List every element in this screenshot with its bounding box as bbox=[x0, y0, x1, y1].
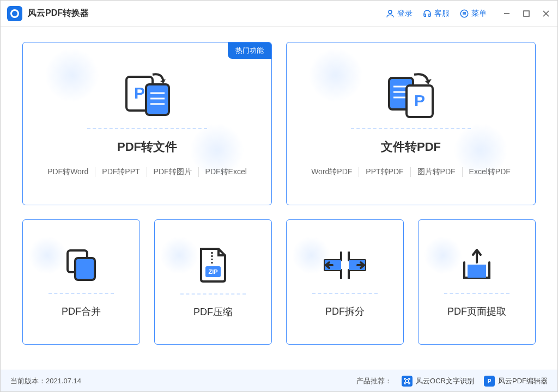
app-window: 风云PDF转换器 登录 客服 菜单 bbox=[0, 0, 558, 392]
hot-badge: 热门功能 bbox=[228, 42, 271, 59]
card-title: 文件转PDF bbox=[381, 139, 441, 155]
close-icon bbox=[542, 10, 550, 17]
sub-option[interactable]: PDF转Word bbox=[41, 167, 95, 177]
decor-icon bbox=[160, 236, 198, 274]
version-label: 当前版本： bbox=[10, 376, 46, 386]
decor-icon bbox=[28, 236, 66, 274]
decor-icon bbox=[45, 48, 99, 102]
recommend-editor[interactable]: P 风云PDF编辑器 bbox=[484, 376, 548, 387]
card-title: PDF转文件 bbox=[117, 139, 177, 155]
svg-rect-6 bbox=[524, 11, 529, 16]
card-title: PDF拆分 bbox=[325, 305, 365, 318]
svg-text:P: P bbox=[488, 378, 492, 384]
login-label: 登录 bbox=[397, 9, 413, 19]
decor-icon bbox=[292, 236, 330, 274]
support-label: 客服 bbox=[434, 9, 450, 19]
decor-icon bbox=[453, 123, 508, 177]
svg-text:ZIP: ZIP bbox=[208, 268, 217, 275]
recommend-editor-label: 风云PDF编辑器 bbox=[498, 376, 548, 386]
pdf-merge-card[interactable]: PDF合并 bbox=[22, 219, 140, 345]
window-controls bbox=[502, 9, 551, 19]
pdf-to-file-icon: P bbox=[120, 70, 174, 119]
content-area: 热门功能 P PDF转文件 PDF转Wor bbox=[1, 27, 557, 370]
bottom-row: PDF合并 ZIP PDF压缩 bbox=[22, 219, 536, 345]
pdf-split-card[interactable]: PDF拆分 bbox=[286, 219, 404, 345]
file-to-pdf-icon: P bbox=[384, 70, 438, 119]
svg-rect-22 bbox=[75, 258, 95, 280]
sub-option[interactable]: 图片转PDF bbox=[411, 167, 463, 177]
separator bbox=[351, 128, 471, 129]
close-button[interactable] bbox=[541, 9, 551, 19]
menu-icon bbox=[459, 9, 469, 19]
minimize-icon bbox=[503, 10, 511, 17]
support-button[interactable]: 客服 bbox=[422, 9, 450, 19]
recommend-ocr-label: 风云OCR文字识别 bbox=[416, 376, 474, 386]
minimize-button[interactable] bbox=[502, 9, 512, 19]
login-button[interactable]: 登录 bbox=[385, 9, 413, 19]
footer: 当前版本： 2021.07.14 产品推荐： 风云OCR文字识别 P 风云PDF… bbox=[1, 370, 557, 391]
menu-label: 菜单 bbox=[471, 9, 487, 19]
menu-button[interactable]: 菜单 bbox=[459, 9, 487, 19]
recommend-label: 产品推荐： bbox=[356, 376, 392, 386]
card-title: PDF页面提取 bbox=[447, 305, 506, 318]
sub-option[interactable]: PPT转PDF bbox=[359, 167, 410, 177]
app-logo-icon bbox=[7, 6, 22, 21]
svg-rect-28 bbox=[468, 265, 486, 278]
merge-icon bbox=[62, 246, 100, 284]
user-icon bbox=[385, 9, 395, 19]
ocr-icon bbox=[402, 376, 413, 387]
titlebar: 风云PDF转换器 登录 客服 菜单 bbox=[1, 1, 557, 27]
separator bbox=[444, 293, 510, 294]
headset-icon bbox=[422, 9, 432, 19]
app-title: 风云PDF转换器 bbox=[28, 8, 89, 19]
editor-icon: P bbox=[484, 376, 495, 387]
svg-point-0 bbox=[389, 10, 392, 14]
card-title: PDF压缩 bbox=[193, 305, 233, 318]
top-row: 热门功能 P PDF转文件 PDF转Wor bbox=[22, 42, 536, 205]
pdf-extract-card[interactable]: PDF页面提取 bbox=[418, 219, 536, 345]
decor-icon bbox=[190, 123, 244, 177]
separator bbox=[48, 293, 114, 294]
svg-point-30 bbox=[405, 379, 409, 383]
separator bbox=[312, 293, 378, 294]
sub-option[interactable]: Word转PDF bbox=[305, 167, 359, 177]
svg-rect-11 bbox=[146, 84, 169, 115]
version-value: 2021.07.14 bbox=[46, 377, 81, 385]
recommend-ocr[interactable]: 风云OCR文字识别 bbox=[402, 376, 474, 387]
pdf-to-file-card[interactable]: 热门功能 P PDF转文件 PDF转Wor bbox=[22, 42, 272, 205]
file-to-pdf-card[interactable]: P 文件转PDF Word转PDF PPT转PDF 图片转PDF Excel转P… bbox=[286, 42, 536, 205]
decor-icon bbox=[308, 48, 363, 102]
card-title: PDF合并 bbox=[62, 305, 101, 318]
sub-option[interactable]: PDF转图片 bbox=[147, 167, 199, 177]
extract-icon bbox=[458, 246, 496, 284]
sub-option[interactable]: PDF转PPT bbox=[95, 167, 147, 177]
pdf-compress-card[interactable]: ZIP PDF压缩 bbox=[154, 219, 272, 345]
svg-text:P: P bbox=[134, 84, 145, 102]
compress-icon: ZIP bbox=[196, 246, 231, 285]
svg-text:P: P bbox=[414, 91, 425, 109]
decor-icon bbox=[424, 236, 462, 274]
separator bbox=[87, 128, 207, 129]
separator bbox=[180, 293, 246, 295]
maximize-button[interactable] bbox=[521, 9, 531, 19]
maximize-icon bbox=[523, 10, 530, 17]
